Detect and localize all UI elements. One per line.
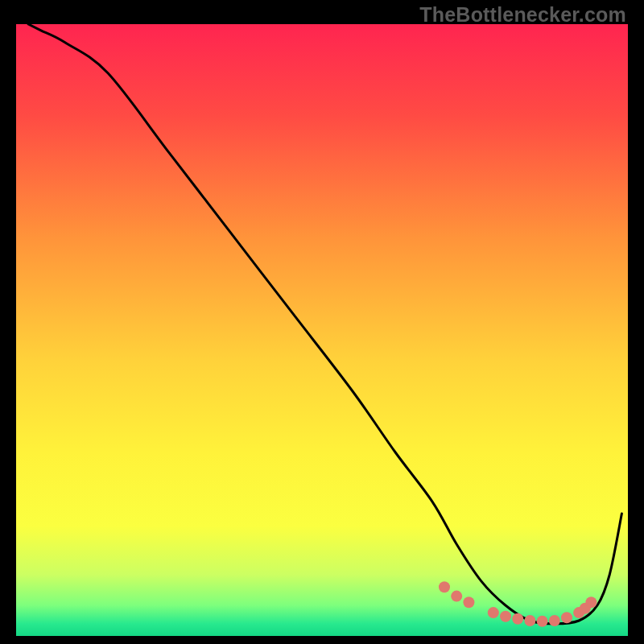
marker-dot — [537, 616, 548, 627]
watermark-text: TheBottlenecker.com — [419, 3, 626, 27]
chart-svg — [16, 24, 628, 636]
marker-dot — [439, 581, 450, 592]
marker-dot — [524, 615, 535, 626]
marker-dot — [549, 615, 560, 626]
marker-dot — [463, 597, 474, 608]
marker-dot — [451, 591, 462, 602]
marker-dot — [561, 612, 572, 623]
chart-frame — [16, 24, 628, 636]
chart-background — [16, 24, 628, 636]
marker-dot — [585, 597, 597, 608]
marker-dot — [512, 613, 523, 625]
marker-dot — [488, 607, 499, 618]
marker-dot — [500, 611, 511, 622]
